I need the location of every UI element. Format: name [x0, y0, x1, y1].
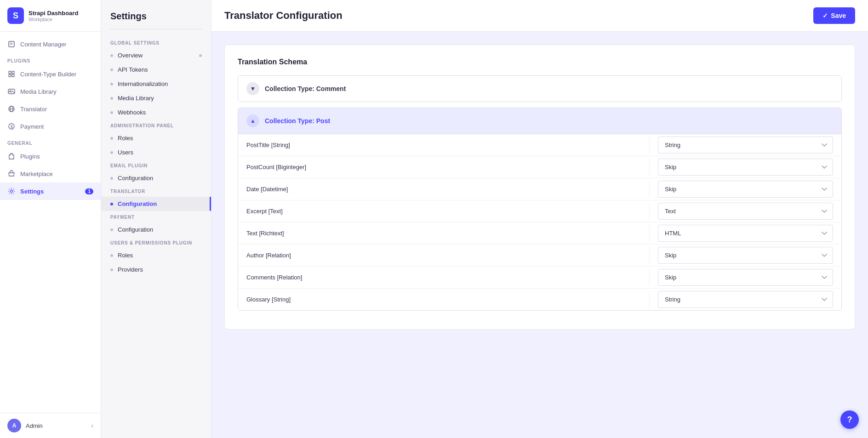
marketplace-icon	[7, 170, 16, 178]
settings-nav-users[interactable]: Users	[101, 145, 211, 159]
settings-nav-translator-configuration[interactable]: Configuration	[101, 197, 211, 211]
field-select-comments[interactable]: StringSkipTextHTML	[658, 269, 833, 286]
schema-title: Translation Schema	[238, 58, 842, 66]
svg-rect-3	[9, 71, 11, 74]
svg-rect-4	[12, 71, 14, 74]
brand[interactable]: S Strapi Dashboard Workplace	[0, 0, 101, 32]
settings-nav-email-configuration[interactable]: Configuration	[101, 171, 211, 185]
collection-name-post: Collection Type: Post	[265, 117, 330, 125]
table-row: Text [Richtext]StringSkipTextHTML	[238, 222, 841, 245]
bullet-icon	[110, 254, 113, 257]
field-name-author: Author [Relation]	[246, 245, 649, 266]
brand-sub: Workplace	[29, 17, 78, 22]
sidebar-item-content-manager[interactable]: Content Manager	[0, 35, 101, 53]
settings-nav-permissions-roles[interactable]: Roles	[101, 248, 211, 262]
sidebar-item-plugins[interactable]: Plugins	[0, 148, 101, 165]
dot-indicator	[199, 54, 202, 57]
bullet-icon	[110, 97, 113, 100]
settings-panel: Settings GLOBAL SETTINGS Overview API To…	[101, 0, 211, 438]
field-select-excerpt[interactable]: StringSkipTextHTML	[658, 203, 833, 220]
general-section-label: GENERAL	[0, 135, 101, 148]
settings-badge: 1	[85, 188, 93, 194]
collection-body-post: PostTitle [String]StringSkipTextHTMLPost…	[238, 134, 841, 310]
sidebar-item-media-library[interactable]: Media Library	[0, 83, 101, 100]
sidebar-item-marketplace[interactable]: Marketplace	[0, 165, 101, 182]
plugins-icon	[7, 152, 16, 160]
translator-icon	[7, 105, 16, 113]
sidebar-footer[interactable]: A Admin ‹	[0, 413, 101, 438]
collapse-toggle-comment[interactable]: ▼	[246, 82, 259, 95]
field-name-date: Date [Datetime]	[246, 178, 649, 200]
field-select-wrapper-comments: StringSkipTextHTML	[649, 269, 833, 286]
main-content: Translator Configuration ✓ Save Translat…	[211, 0, 868, 438]
save-button[interactable]: ✓ Save	[813, 7, 855, 24]
settings-nav-roles[interactable]: Roles	[101, 131, 211, 145]
bullet-icon	[110, 228, 113, 231]
collection-header-post[interactable]: ▲ Collection Type: Post	[238, 108, 841, 134]
field-select-post-count[interactable]: StringSkipTextHTML	[658, 159, 833, 176]
field-select-wrapper-post-count: StringSkipTextHTML	[649, 159, 833, 176]
settings-nav-providers[interactable]: Providers	[101, 262, 211, 277]
table-row: Date [Datetime]StringSkipTextHTML	[238, 178, 841, 200]
sidebar-item-payment[interactable]: $ Payment	[0, 118, 101, 135]
chevron-down-icon: ▼	[250, 85, 256, 92]
field-select-wrapper-post-title: StringSkipTextHTML	[649, 137, 833, 154]
settings-nav-payment-configuration[interactable]: Configuration	[101, 222, 211, 237]
settings-icon	[7, 187, 16, 195]
bullet-icon	[110, 203, 113, 205]
bullet-icon	[110, 83, 113, 85]
main-body: Translation Schema ▼ Collection Type: Co…	[211, 32, 868, 438]
svg-point-14	[11, 190, 13, 193]
table-row: Comments [Relation]StringSkipTextHTML	[238, 267, 841, 289]
sidebar-item-settings[interactable]: Settings 1	[0, 182, 101, 200]
sidebar-item-content-type-builder[interactable]: Content-Type Builder	[0, 65, 101, 83]
table-row: PostCount [Biginteger]StringSkipTextHTML	[238, 156, 841, 178]
payment-icon: $	[7, 122, 16, 131]
settings-nav-internationalization[interactable]: Internationalization	[101, 77, 211, 91]
collection-block-comment: ▼ Collection Type: Comment	[238, 75, 842, 102]
field-select-text[interactable]: StringSkipTextHTML	[658, 225, 833, 242]
settings-section-users-permissions: USERS & PERMISSIONS PLUGIN	[101, 237, 211, 248]
settings-nav-webhooks[interactable]: Webhooks	[101, 105, 211, 119]
field-name-post-title: PostTitle [String]	[246, 134, 649, 156]
document-icon	[7, 40, 16, 48]
settings-section-admin: ADMINISTRATION PANEL	[101, 119, 211, 131]
settings-nav-overview[interactable]: Overview	[101, 48, 211, 63]
bullet-icon	[110, 54, 113, 57]
field-name-excerpt: Excerpt [Text]	[246, 200, 649, 222]
settings-nav-api-tokens[interactable]: API Tokens	[101, 63, 211, 77]
field-select-wrapper-glossary: StringSkipTextHTML	[649, 291, 833, 308]
settings-nav-media-library[interactable]: Media Library	[101, 91, 211, 105]
content-type-icon	[7, 70, 16, 78]
settings-section-global: GLOBAL SETTINGS	[101, 37, 211, 48]
collection-header-comment[interactable]: ▼ Collection Type: Comment	[238, 76, 841, 102]
field-name-glossary: Glossary [String]	[246, 289, 649, 310]
sidebar-item-label: Content-Type Builder	[20, 71, 76, 78]
sidebar-item-label: Translator	[20, 106, 47, 113]
svg-rect-5	[9, 74, 11, 77]
brand-logo: S	[7, 7, 24, 24]
svg-rect-0	[9, 41, 14, 47]
bullet-icon	[110, 268, 113, 271]
field-select-wrapper-author: StringSkipTextHTML	[649, 247, 833, 264]
sidebar-item-label: Payment	[20, 123, 44, 130]
collapse-toggle-post[interactable]: ▲	[246, 114, 259, 127]
svg-text:$: $	[11, 125, 13, 129]
field-select-date[interactable]: StringSkipTextHTML	[658, 181, 833, 198]
collection-name-comment: Collection Type: Comment	[265, 85, 346, 92]
help-button[interactable]: ?	[840, 410, 859, 429]
field-select-post-title[interactable]: StringSkipTextHTML	[658, 137, 833, 154]
bullet-icon	[110, 151, 113, 154]
checkmark-icon: ✓	[822, 12, 828, 19]
main-header: Translator Configuration ✓ Save	[211, 0, 868, 32]
sidebar-item-label: Marketplace	[20, 171, 53, 177]
media-icon	[7, 87, 16, 96]
field-select-glossary[interactable]: StringSkipTextHTML	[658, 291, 833, 308]
field-select-author[interactable]: StringSkipTextHTML	[658, 247, 833, 264]
table-row: Glossary [String]StringSkipTextHTML	[238, 289, 841, 310]
settings-section-translator: TRANSLATOR	[101, 185, 211, 197]
table-row: PostTitle [String]StringSkipTextHTML	[238, 134, 841, 156]
svg-rect-6	[12, 74, 14, 77]
sidebar-item-translator[interactable]: Translator	[0, 100, 101, 118]
bullet-icon	[110, 111, 113, 114]
